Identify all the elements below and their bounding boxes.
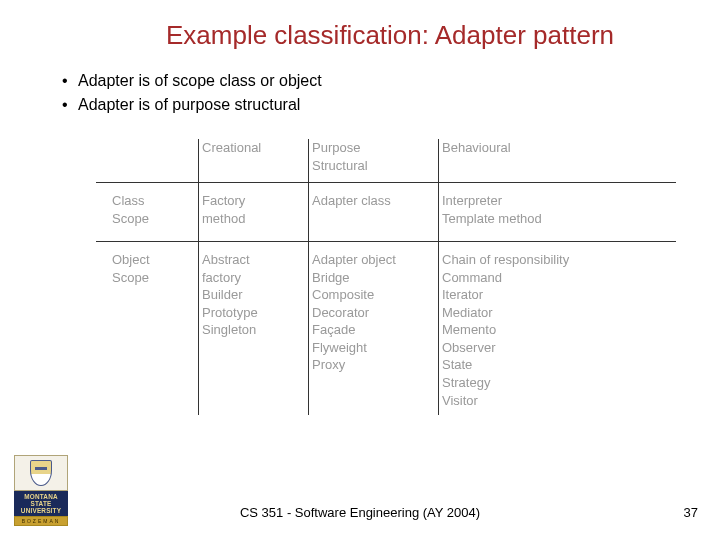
object-behavioural: Chain of responsibilityCommandIteratorMe… — [438, 241, 608, 415]
scope-class-label: ClassScope — [108, 182, 198, 241]
header-behavioural: Behavioural — [438, 139, 608, 182]
table-row: ObjectScope AbstractfactoryBuilderProtot… — [108, 241, 672, 415]
footer: CS 351 - Software Engineering (AY 2004) — [0, 505, 720, 520]
bullet-item: Adapter is of purpose structural — [58, 93, 680, 117]
header-empty — [108, 139, 198, 182]
class-behavioural: InterpreterTemplate method — [438, 182, 608, 241]
table-divider — [198, 139, 199, 415]
page-number: 37 — [684, 505, 698, 520]
bullet-item: Adapter is of scope class or object — [58, 69, 680, 93]
header-structural-text: Structural — [312, 158, 368, 173]
header-creational: Creational — [198, 139, 308, 182]
table-divider — [308, 139, 309, 415]
logo-line1: MONTANA — [14, 493, 68, 500]
table-divider — [96, 241, 676, 242]
table-row: ClassScope Factorymethod Adapter class I… — [108, 182, 672, 241]
object-structural: Adapter objectBridgeCompositeDecoratorFa… — [308, 241, 438, 415]
class-creational: Factorymethod — [198, 182, 308, 241]
header-structural: Purpose Structural — [308, 139, 438, 182]
table-header-row: Creational Purpose Structural Behavioura… — [108, 139, 672, 182]
bullet-list: Adapter is of scope class or object Adap… — [0, 61, 720, 121]
slide-title: Example classification: Adapter pattern — [0, 0, 720, 61]
purpose-label: Purpose — [312, 139, 432, 157]
table-divider — [96, 182, 676, 183]
table-divider — [438, 139, 439, 415]
class-structural: Adapter class — [308, 182, 438, 241]
classification-table: Creational Purpose Structural Behavioura… — [108, 139, 672, 415]
scope-object-label: ObjectScope — [108, 241, 198, 415]
shield-icon — [30, 460, 52, 486]
object-creational: AbstractfactoryBuilderPrototypeSingleton — [198, 241, 308, 415]
logo-crest — [14, 455, 68, 491]
